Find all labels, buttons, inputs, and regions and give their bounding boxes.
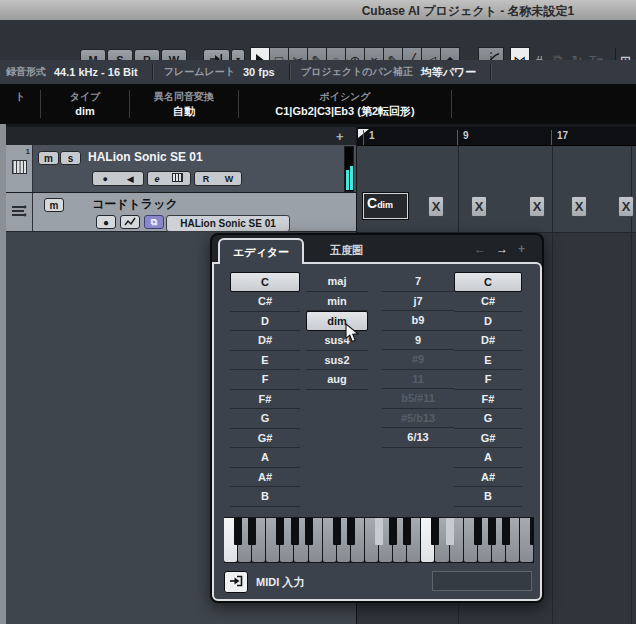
black-key-As1[interactable]	[305, 518, 313, 545]
type-aug[interactable]: aug	[306, 370, 368, 390]
tension-11[interactable]: 11	[382, 370, 454, 390]
read-automation-button[interactable]: R	[203, 174, 210, 184]
chord-info-separator	[451, 90, 452, 118]
black-key-Ds3[interactable]	[446, 518, 454, 545]
title-bar: Cubase AI プロジェクト - 名称未設定1	[0, 0, 636, 21]
track-name[interactable]: HALion Sonic SE 01	[88, 150, 203, 164]
type-sus2[interactable]: sus2	[306, 351, 368, 371]
add-track-button[interactable]: +	[336, 129, 344, 144]
tension-7[interactable]: 7	[382, 272, 454, 292]
root-G[interactable]: G	[230, 409, 300, 429]
root-D[interactable]: D	[230, 312, 300, 332]
chord-record-button[interactable]: ●	[96, 215, 116, 229]
root-C[interactable]: C	[230, 272, 300, 292]
instrument-track-row[interactable]: 1 m s HALion Sonic SE 01 ● ◀ e R W	[6, 145, 356, 193]
bass-B[interactable]: B	[454, 487, 522, 507]
bass-As[interactable]: A#	[454, 468, 522, 488]
bass-C[interactable]: C	[454, 272, 522, 292]
bass-E[interactable]: E	[454, 351, 522, 371]
record-enable-button[interactable]: ●	[102, 174, 107, 184]
ruler-mark: 1	[363, 130, 375, 145]
root-F[interactable]: F	[230, 370, 300, 390]
tension-6s13[interactable]: 6/13	[382, 428, 454, 448]
tab-circle-of-fifths[interactable]: 五度圏	[330, 243, 363, 258]
edit-channel-button[interactable]: e	[154, 174, 159, 184]
black-key-Cs1[interactable]	[234, 518, 242, 545]
black-key-Cs4[interactable]	[530, 518, 534, 545]
black-key-Gs3[interactable]	[488, 518, 496, 545]
root-Cs[interactable]: C#	[230, 292, 300, 312]
tension-j7[interactable]: j7	[382, 292, 454, 312]
info-separator	[490, 64, 492, 80]
bass-Cs[interactable]: C#	[454, 292, 522, 312]
black-key-Gs1[interactable]	[291, 518, 299, 545]
chord-event-undefined[interactable]: X	[571, 196, 587, 217]
track-list-header: +	[6, 127, 356, 146]
write-automation-button[interactable]: W	[225, 174, 234, 184]
bass-G[interactable]: G	[454, 409, 522, 429]
mute-button[interactable]: m	[38, 151, 59, 165]
midi-input-field[interactable]	[432, 571, 532, 591]
monitor-button[interactable]: ◀	[127, 174, 134, 184]
chord-track-name[interactable]: コードトラック	[92, 196, 178, 213]
timeline-ruler[interactable]: 1917	[357, 127, 636, 146]
root-Fs[interactable]: F#	[230, 390, 300, 410]
chord-mute-button[interactable]: m	[44, 198, 64, 212]
black-key-Fs3[interactable]	[474, 518, 482, 545]
black-key-As2[interactable]	[403, 518, 411, 545]
bass-Gs[interactable]: G#	[454, 429, 522, 449]
root-A[interactable]: A	[230, 448, 300, 468]
next-chord-button[interactable]: →	[496, 242, 508, 256]
tension-s5sb13[interactable]: #5/b13	[382, 409, 454, 429]
tab-editor[interactable]: エディター	[218, 238, 304, 264]
bass-Fs[interactable]: F#	[454, 390, 522, 410]
bass-Ds[interactable]: D#	[454, 331, 522, 351]
type-maj[interactable]: maj	[306, 272, 368, 292]
track-icon-cell: 1	[6, 145, 33, 192]
chord-event-undefined[interactable]: X	[529, 196, 545, 217]
info-label: フレームレート	[164, 65, 235, 79]
automation-group: R W	[194, 171, 242, 186]
type-min[interactable]: min	[306, 292, 368, 312]
show-scales-button[interactable]: ⧉	[144, 215, 164, 229]
root-Ds[interactable]: D#	[230, 331, 300, 351]
bass-D[interactable]: D	[454, 312, 522, 332]
chord-event-undefined[interactable]: X	[471, 196, 487, 217]
instrument-editor-icon[interactable]	[172, 173, 183, 184]
previous-chord-button[interactable]: ←	[474, 242, 486, 256]
chord-root-column: ト	[0, 84, 40, 124]
main-toolbar: MSRW ▾ ▼ □✂✎○⊕×✎╱◁◆ ⋈#⧉↻T▾ ⊞ クオ	[0, 20, 636, 61]
chord-output-selector[interactable]: HALion Sonic SE 01	[166, 215, 290, 232]
chord-track-row[interactable]: m コードトラック ● ⧉ HALion Sonic SE 01	[6, 193, 356, 232]
tension-b9[interactable]: b9	[382, 311, 454, 331]
root-B[interactable]: B	[230, 487, 300, 507]
project-info-bar: 録音形式44.1 kHz - 16 Bitフレームレート30 fpsプロジェクト…	[0, 60, 636, 85]
bass-A[interactable]: A	[454, 448, 522, 468]
bass-F[interactable]: F	[454, 370, 522, 390]
root-E[interactable]: E	[230, 351, 300, 371]
black-key-Fs1[interactable]	[276, 518, 284, 545]
tension-9[interactable]: 9	[382, 331, 454, 351]
tension-b5ss11[interactable]: b5/#11	[382, 389, 454, 409]
chord-editor-body: CC#DD#EFF#GG#AA#B majmindimsus4sus2aug 7…	[212, 262, 542, 601]
chord-event-selected[interactable]: Cdim	[363, 193, 408, 219]
root-As[interactable]: A#	[230, 468, 300, 488]
black-key-Cs3[interactable]	[431, 518, 439, 545]
chord-info-label: 異名同音変換	[154, 90, 214, 104]
tension-s9[interactable]: #9	[382, 350, 454, 370]
black-key-Fs2[interactable]	[375, 518, 383, 545]
resolve-conflicts-button[interactable]	[120, 215, 140, 229]
add-chord-button[interactable]: +	[518, 242, 525, 256]
black-key-Ds2[interactable]	[347, 518, 355, 545]
solo-button[interactable]: s	[60, 151, 81, 165]
midi-input-button[interactable]	[224, 571, 248, 593]
black-key-Cs2[interactable]	[333, 518, 341, 545]
chord-info-value: 自動	[173, 104, 195, 118]
chord-event-undefined[interactable]: X	[618, 196, 634, 217]
chord-event-undefined[interactable]: X	[428, 196, 444, 217]
info-separator	[152, 64, 154, 80]
black-key-Ds1[interactable]	[248, 518, 256, 545]
black-key-As3[interactable]	[502, 518, 510, 545]
root-Gs[interactable]: G#	[230, 429, 300, 449]
black-key-Gs2[interactable]	[389, 518, 397, 545]
